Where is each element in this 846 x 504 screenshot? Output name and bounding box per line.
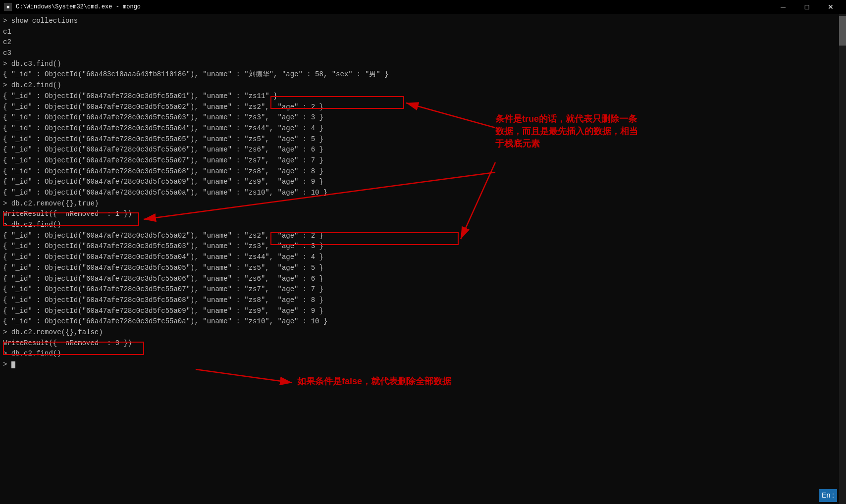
line-5: > db.c3.find() bbox=[3, 59, 843, 70]
line-22: { "_id" : ObjectId("60a47afe728c0c3d5fc5… bbox=[3, 241, 843, 252]
line-18: > db.c2.remove({},true) bbox=[3, 199, 843, 209]
line-1: > show collections bbox=[3, 16, 843, 27]
svg-line-4 bbox=[196, 369, 292, 383]
line-25: { "_id" : ObjectId("60a47afe728c0c3d5fc5… bbox=[3, 274, 843, 285]
scrollbar[interactable] bbox=[839, 14, 846, 504]
line-33: > bbox=[3, 359, 843, 370]
line-19: WriteResult({ nRemoved : 1 }) bbox=[3, 209, 843, 220]
cmd-window: ■ C:\Windows\System32\cmd.exe - mongo ─ … bbox=[0, 0, 846, 504]
line-4: c3 bbox=[3, 48, 843, 59]
line-23: { "_id" : ObjectId("60a47afe728c0c3d5fc5… bbox=[3, 252, 843, 263]
line-7: > db.c2.find() bbox=[3, 80, 843, 91]
line-2: c1 bbox=[3, 27, 843, 38]
line-24: { "_id" : ObjectId("60a47afe728c0c3d5fc5… bbox=[3, 263, 843, 274]
line-12: { "_id" : ObjectId("60a47afe728c0c3d5fc5… bbox=[3, 134, 843, 145]
line-11: { "_id" : ObjectId("60a47afe728c0c3d5fc5… bbox=[3, 123, 843, 134]
line-28: { "_id" : ObjectId("60a47afe728c0c3d5fc5… bbox=[3, 306, 843, 317]
line-27: { "_id" : ObjectId("60a47afe728c0c3d5fc5… bbox=[3, 295, 843, 306]
line-14: { "_id" : ObjectId("60a47afe728c0c3d5fc5… bbox=[3, 155, 843, 166]
window-icon: ■ bbox=[4, 3, 12, 11]
line-29: { "_id" : ObjectId("60a47afe728c0c3d5fc5… bbox=[3, 316, 843, 327]
line-20: > db.c2.find() bbox=[3, 220, 843, 231]
terminal-body[interactable]: > show collections c1 c2 c3 > db.c3.find… bbox=[0, 14, 846, 504]
line-3: c2 bbox=[3, 37, 843, 48]
line-16: { "_id" : ObjectId("60a47afe728c0c3d5fc5… bbox=[3, 177, 843, 188]
line-17: { "_id" : ObjectId("60a47afe728c0c3d5fc5… bbox=[3, 188, 843, 199]
window-title: C:\Windows\System32\cmd.exe - mongo bbox=[16, 3, 768, 10]
line-26: { "_id" : ObjectId("60a47afe728c0c3d5fc5… bbox=[3, 284, 843, 295]
terminal-content: > show collections c1 c2 c3 > db.c3.find… bbox=[3, 16, 843, 370]
line-13: { "_id" : ObjectId("60a47afe728c0c3d5fc5… bbox=[3, 145, 843, 155]
line-6: { "_id" : ObjectId("60a483c18aaa643fb811… bbox=[3, 69, 843, 80]
scrollbar-thumb[interactable] bbox=[839, 16, 846, 46]
line-30: > db.c2.remove({},false) bbox=[3, 327, 843, 338]
close-button[interactable]: ✕ bbox=[819, 0, 842, 14]
window-controls: ─ □ ✕ bbox=[772, 0, 842, 14]
line-10: { "_id" : ObjectId("60a47afe728c0c3d5fc5… bbox=[3, 112, 843, 123]
minimize-button[interactable]: ─ bbox=[772, 0, 794, 14]
title-bar: ■ C:\Windows\System32\cmd.exe - mongo ─ … bbox=[0, 0, 846, 14]
line-9: { "_id" : ObjectId("60a47afe728c0c3d5fc5… bbox=[3, 102, 843, 113]
line-31: WriteResult({ nRemoved : 9 }) bbox=[3, 338, 843, 349]
line-15: { "_id" : ObjectId("60a47afe728c0c3d5fc5… bbox=[3, 166, 843, 177]
line-32: > db.c2.find() bbox=[3, 349, 843, 359]
maximize-button[interactable]: □ bbox=[795, 0, 818, 14]
line-21: { "_id" : ObjectId("60a47afe728c0c3d5fc5… bbox=[3, 231, 843, 242]
language-indicator[interactable]: En : bbox=[819, 489, 837, 502]
annotation-false: 如果条件是false，就代表删除全部数据 bbox=[297, 375, 451, 388]
line-8: { "_id" : ObjectId("60a47afe728c0c3d5fc5… bbox=[3, 91, 843, 102]
